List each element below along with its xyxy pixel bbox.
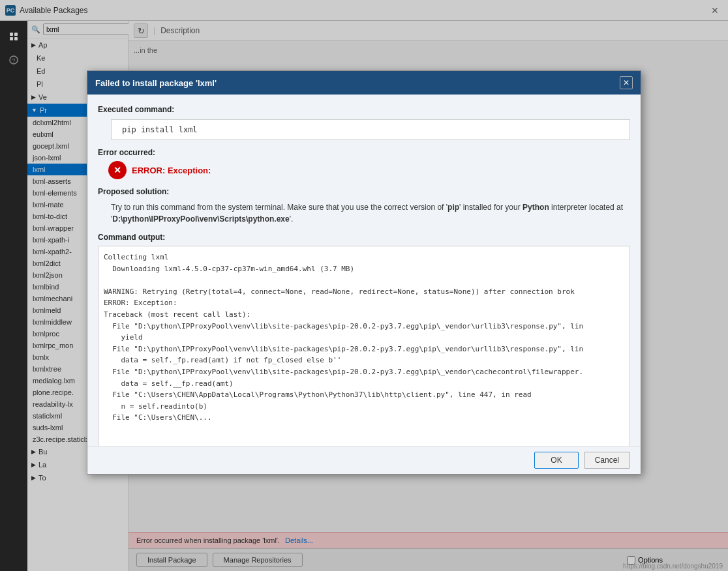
main-window: PC Available Packages ✕ ? [0,0,728,571]
error-badge: ✕ ERROR: Exception: [108,161,630,179]
proposed-solution-section: Proposed solution: Try to run this comma… [98,187,630,225]
proposed-solution-label: Proposed solution: [98,187,630,196]
executed-command-text: pip install lxml [122,125,198,134]
error-type-text: ERROR: Exception: [132,166,211,175]
error-section: Error occurred: ✕ ERROR: Exception: [98,148,630,179]
ok-button[interactable]: OK [534,452,578,469]
modal-title-bar: Failed to install package 'lxml' ✕ [87,71,641,95]
executed-command-label: Executed command: [98,105,630,114]
executed-command-box: pip install lxml [111,119,630,140]
modal-title: Failed to install package 'lxml' [95,78,217,88]
error-occurred-label: Error occurred: [98,148,630,157]
modal-overlay: Failed to install package 'lxml' ✕ Execu… [0,0,728,571]
command-output-section: Command output: Collecting lxml Download… [98,233,630,446]
cancel-button[interactable]: Cancel [584,452,630,469]
pip-bold: pip [447,203,459,212]
modal-dialog: Failed to install package 'lxml' ✕ Execu… [87,70,641,475]
path-bold: D:\python\IPProxyPool\venv\Scripts\pytho… [112,214,289,224]
command-output-label: Command output: [98,233,630,242]
python-bold: Python [523,203,549,212]
modal-body: Executed command: pip install lxml Error… [87,95,641,446]
command-output-box[interactable]: Collecting lxml Downloading lxml-4.5.0-c… [98,246,630,446]
modal-close-button[interactable]: ✕ [620,76,633,89]
error-x-icon: ✕ [108,161,127,179]
modal-footer: OK Cancel [87,446,641,474]
solution-text: Try to run this command from the system … [111,201,630,225]
